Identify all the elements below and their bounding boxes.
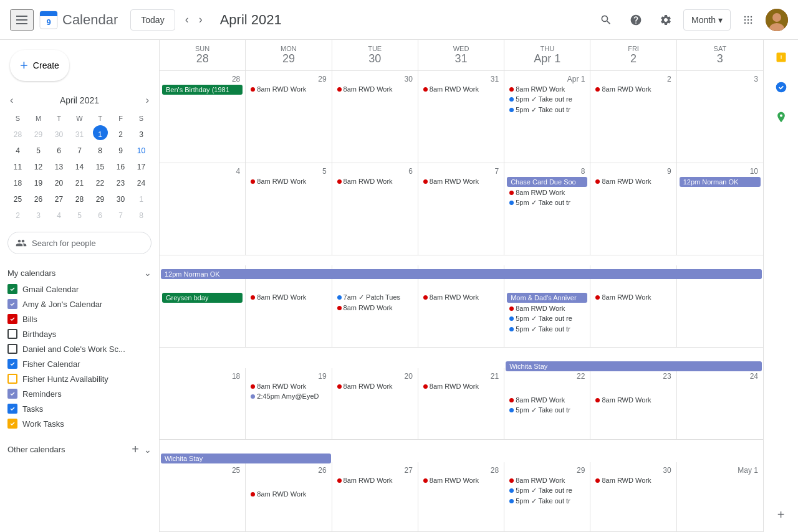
event-6-rwd[interactable]: 8am RWD Work [335,177,415,186]
event-29-takeout2[interactable]: 5pm ✓ Take out tr [507,496,587,506]
cell-4[interactable]: 4 [160,163,246,255]
cell-29b[interactable]: 29 8am RWD Work 5pm ✓ Take out re 5pm ✓ … [504,462,590,532]
event-27-rwd[interactable]: 8am RWD Work [335,476,415,485]
cell-29[interactable]: 29 8am RWD Work [246,71,332,163]
cell-26[interactable]: 26 8am RWD Work [246,462,332,532]
add-calendar-button[interactable]: + [129,440,142,459]
event-8-rwd[interactable]: 8am RWD Work [507,188,587,197]
cell-28b[interactable]: 28 8am RWD Work [418,462,504,532]
right-icon-2[interactable] [769,75,794,100]
create-button[interactable]: + Create [10,50,69,81]
event-13-rwd[interactable]: 8am RWD Work [335,303,415,312]
event-2-rwd[interactable]: 8am RWD Work [593,85,673,93]
cell-10[interactable]: 10 12pm Norman OK [677,163,763,255]
event-5-rwd[interactable]: 8am RWD Work [248,177,329,186]
event-apr1-takeout2[interactable]: 5pm ✓ Take out tr [507,105,587,115]
today-button[interactable]: Today [130,9,175,31]
cal-item-bills[interactable]: Bills [0,311,159,326]
cell-9[interactable]: 9 8am RWD Work [590,163,676,255]
event-apr1-takeout1[interactable]: 5pm ✓ Take out re [507,95,587,104]
other-calendars-header[interactable]: Other calendars + ⌄ [0,436,159,463]
cell-7[interactable]: 7 8am RWD Work [418,163,504,255]
event-28-rwd[interactable]: 8am RWD Work [421,476,501,485]
cell-27[interactable]: 27 8am RWD Work [332,462,418,532]
event-12-rwd[interactable]: 8am RWD Work [248,293,329,302]
cell-21[interactable]: 21 8am RWD Work [418,368,504,439]
event-19-rwd[interactable]: 8am RWD Work [248,382,329,391]
event-30-rwd[interactable]: 8am RWD Work [593,476,673,485]
event-31-rwd[interactable]: 8am RWD Work [421,85,501,93]
cal-item-birthdays[interactable]: Birthdays [0,326,159,341]
cell-3[interactable]: 3 [677,71,763,163]
cell-30b[interactable]: 30 8am RWD Work [590,462,676,532]
cell-20[interactable]: 20 8am RWD Work [332,368,418,439]
cal-item-gmail[interactable]: Gmail Calendar [0,282,159,297]
cal-item-fisher[interactable]: Fisher Calendar [0,356,159,371]
cell-24[interactable]: 24 [677,368,763,439]
cell-25[interactable]: 25 [160,462,246,532]
cell-23[interactable]: 23 8am RWD Work [590,368,676,439]
help-button[interactable] [623,7,648,32]
right-icon-3[interactable] [769,105,794,130]
event-chase-card[interactable]: Chase Card Due Soo [507,177,587,187]
event-14-rwd[interactable]: 8am RWD Work [421,293,501,302]
event-21-rwd[interactable]: 8am RWD Work [421,382,501,391]
my-calendars-toggle[interactable]: ⌄ [144,268,151,278]
event-29-rwd[interactable]: 8am RWD Work [507,476,587,485]
prev-button[interactable]: ‹ [180,8,194,31]
mini-next-button[interactable]: › [143,93,151,107]
cell-30[interactable]: 30 8am RWD Work [332,71,418,163]
cal-item-reminders[interactable]: Reminders [0,386,159,401]
search-button[interactable] [594,7,618,32]
event-19-amy[interactable]: 2:45pm Amy@EyeD [248,392,329,401]
cal-item-fisher-huntz[interactable]: Fisher Huntz Availability [0,371,159,386]
event-apr1-rwd[interactable]: 8am RWD Work [507,85,587,93]
event-11-norman[interactable]: 12pm Norman OK [161,269,762,279]
event-30-rwd[interactable]: 8am RWD Work [335,85,415,93]
cell-8[interactable]: 8 Chase Card Due Soo 8am RWD Work 5pm ✓ … [504,163,590,255]
event-22-takeout[interactable]: 5pm ✓ Take out tr [507,406,587,415]
event-9-rwd[interactable]: 8am RWD Work [593,177,673,186]
cell-22[interactable]: 22 8am RWD Work 5pm ✓ Take out tr [504,368,590,439]
event-29-takeout1[interactable]: 5pm ✓ Take out re [507,486,587,495]
cell-5[interactable]: 5 8am RWD Work [246,163,332,255]
cell-31[interactable]: 31 8am RWD Work [418,71,504,163]
search-people[interactable]: Search for people [7,232,151,254]
event-15-rwd[interactable]: 8am RWD Work [507,304,587,313]
event-23-rwd[interactable]: 8am RWD Work [593,396,673,404]
event-bens-birthday[interactable]: Ben's Birthday (1981 [162,85,243,95]
event-mom-dad-anniv[interactable]: Mom & Dad's Anniver [507,293,587,303]
event-20-rwd[interactable]: 8am RWD Work [335,382,415,391]
event-greysen-bday[interactable]: Greysen bday [162,293,243,303]
cell-18[interactable]: 18 [160,368,246,439]
cal-item-work-tasks[interactable]: Work Tasks [0,416,159,431]
cell-2[interactable]: 2 8am RWD Work [590,71,676,163]
cal-item-amy-jon[interactable]: Amy & Jon's Calendar [0,297,159,311]
event-10-norman[interactable]: 12pm Norman OK [680,177,761,187]
apps-button[interactable] [736,7,761,32]
cell-6[interactable]: 6 8am RWD Work [332,163,418,255]
cell-19[interactable]: 19 8am RWD Work 2:45pm Amy@EyeD [246,368,332,439]
event-7-rwd[interactable]: 8am RWD Work [421,177,501,186]
mini-prev-button[interactable]: ‹ [7,93,16,107]
event-26-rwd[interactable]: 8am RWD Work [248,490,329,498]
my-calendars-header[interactable]: My calendars ⌄ [0,264,159,282]
cal-item-tasks[interactable]: Tasks [0,401,159,416]
cell-apr1[interactable]: Apr 1 8am RWD Work 5pm ✓ Take out re 5pm… [504,71,590,163]
event-15-takeout2[interactable]: 5pm ✓ Take out tr [507,325,587,334]
event-22-rwd[interactable]: 8am RWD Work [507,396,587,404]
next-button[interactable]: › [194,8,208,31]
event-8-takeout[interactable]: 5pm ✓ Take out tr [507,198,587,207]
cell-28[interactable]: 28 Ben's Birthday (1981 [160,71,246,163]
event-wichita-stay[interactable]: Wichita Stay [506,361,762,371]
right-icon-add[interactable]: + [769,502,794,527]
event-16-rwd[interactable]: 8am RWD Work [593,293,673,302]
event-13-patch[interactable]: 7am ✓ Patch Tues [335,293,415,302]
avatar[interactable] [766,9,788,31]
event-15-takeout1[interactable]: 5pm ✓ Take out re [507,314,587,323]
event-29-rwd[interactable]: 8am RWD Work [248,85,329,93]
other-calendars-toggle[interactable]: ⌄ [144,445,151,455]
view-selector[interactable]: Month ▾ [683,9,731,31]
cal-item-daniel-cole[interactable]: Daniel and Cole's Work Sc... [0,341,159,356]
cell-may1[interactable]: May 1 [677,462,763,532]
